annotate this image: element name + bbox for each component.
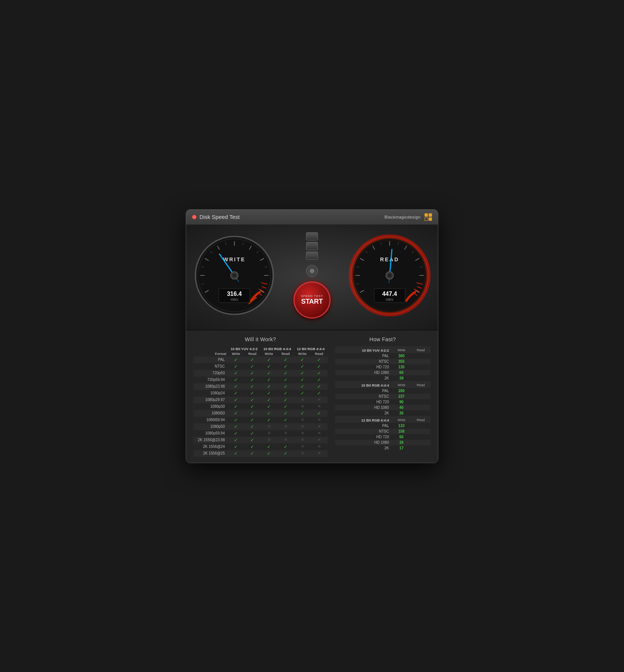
- start-button[interactable]: SPEED TEST START: [293, 281, 331, 319]
- write-val: 135: [392, 364, 411, 370]
- cell: ✓: [277, 403, 294, 410]
- format-name: 2K: [335, 410, 392, 416]
- cell: ✕: [294, 443, 311, 450]
- cell: ✕: [311, 417, 328, 423]
- format-name: HD 1080: [335, 370, 392, 375]
- center-panel: ⚙ SPEED TEST START: [293, 232, 331, 319]
- settings-button[interactable]: ⚙: [306, 265, 318, 277]
- data-section: Will it Work? 10 Bit YUV 4:2:2 10 Bit RG…: [186, 330, 438, 463]
- cell: ✓: [260, 383, 277, 390]
- read-val: [411, 364, 430, 370]
- write-val: 200: [392, 388, 411, 394]
- cell: ✓: [228, 437, 244, 443]
- cell: ✓: [228, 383, 244, 390]
- cell: ✓: [311, 370, 328, 377]
- cell: ✓: [277, 417, 294, 423]
- title-bar: Disk Speed Test Blackmagicdesign: [186, 210, 438, 225]
- table-row: NTSC ✓ ✓ ✓ ✓ ✓ ✓: [194, 363, 328, 370]
- cell: ✕: [311, 450, 328, 457]
- cell: ✓: [277, 443, 294, 450]
- will-it-work-panel: Will it Work? 10 Bit YUV 4:2:2 10 Bit RG…: [194, 336, 328, 457]
- cell: ✓: [311, 410, 328, 417]
- rgb10-read-header: Read: [277, 351, 294, 356]
- cell: ✓: [228, 417, 244, 423]
- cell: ✓: [294, 383, 311, 390]
- cell: ✓: [260, 417, 277, 423]
- cell: ✓: [228, 363, 244, 370]
- table-row: HD 720 90: [335, 399, 431, 405]
- table-row: PAL 200: [335, 388, 431, 394]
- format-name: NTSC: [335, 394, 392, 399]
- table-row: PAL 300: [335, 353, 431, 359]
- format-name: HD 720: [335, 364, 392, 370]
- table-row: HD 1080 26: [335, 440, 431, 445]
- cell: ✓: [260, 450, 277, 457]
- how-fast-table: 10 Bit YUV 4:2:2 Write Read PAL 300 NTSC…: [335, 346, 431, 451]
- table-row: 2K 1556@23.98 ✓ ✓ ✕ ✕ ✕ ✕: [194, 437, 328, 443]
- cell: ✓: [260, 370, 277, 377]
- quality-btn-1[interactable]: [306, 232, 318, 240]
- write-col-header: Write: [392, 346, 411, 353]
- cell: ✓: [228, 423, 244, 430]
- cell: ✕: [260, 430, 277, 437]
- cell: ✓: [228, 403, 244, 410]
- cell: ✕: [294, 423, 311, 430]
- cell: ✓: [260, 403, 277, 410]
- cell: ✓: [244, 443, 261, 450]
- format-name: PAL: [335, 388, 392, 394]
- read-val: [411, 394, 430, 399]
- svg-text:447.4: 447.4: [382, 291, 397, 297]
- section-header-row: 10 Bit YUV 4:2:2 Write Read: [335, 346, 431, 353]
- how-fast-panel: How Fast? 10 Bit YUV 4:2:2 Write Read PA…: [335, 336, 431, 457]
- read-val: [411, 440, 430, 445]
- table-row: 720p59.94 ✓ ✓ ✓ ✓ ✓ ✓: [194, 377, 328, 383]
- format-name: PAL: [335, 423, 392, 429]
- yuv-read-header: Read: [244, 351, 261, 356]
- table-row: 1080i50 ✓ ✓ ✓ ✓ ✓ ✓: [194, 410, 328, 417]
- table-row: PAL 133: [335, 423, 431, 429]
- cell: ✕: [311, 430, 328, 437]
- read-val: [411, 359, 430, 364]
- format-name: NTSC: [335, 359, 392, 364]
- cell: ✓: [228, 390, 244, 397]
- format-name: 720p59.94: [194, 377, 228, 383]
- cell: ✓: [244, 390, 261, 397]
- cell: ✓: [244, 403, 261, 410]
- section-name: 10 Bit RGB 4:4:4: [335, 381, 392, 388]
- write-val: 158: [392, 429, 411, 434]
- cell: ✓: [311, 377, 328, 383]
- read-val: [411, 388, 430, 394]
- cell: ✓: [228, 430, 244, 437]
- cell: ✓: [244, 363, 261, 370]
- write-val: 90: [392, 399, 411, 405]
- svg-text:WRITE: WRITE: [223, 256, 246, 262]
- svg-text:316.4: 316.4: [227, 291, 242, 297]
- table-row: 1080p24 ✓ ✓ ✓ ✓ ✓ ✓: [194, 390, 328, 397]
- will-it-work-title: Will it Work?: [194, 336, 328, 342]
- write-col-header: Write: [392, 416, 411, 423]
- table-row: 2K 39: [335, 375, 431, 381]
- cell: ✓: [228, 370, 244, 377]
- read-val: [411, 445, 430, 451]
- cell: ✓: [244, 450, 261, 457]
- cell: ✕: [294, 403, 311, 410]
- quality-btn-2[interactable]: [306, 242, 318, 250]
- app-window: Disk Speed Test Blackmagicdesign: [186, 209, 438, 463]
- format-name: 720p50: [194, 370, 228, 377]
- table-row: HD 720 135: [335, 364, 431, 370]
- cell: ✓: [294, 377, 311, 383]
- cell: ✓: [260, 377, 277, 383]
- format-name: HD 720: [335, 399, 392, 405]
- read-val: [411, 423, 430, 429]
- cell: ✕: [260, 437, 277, 443]
- write-gauge-dial: WRITE 316.4 MB/s: [194, 235, 275, 316]
- svg-text:READ: READ: [380, 256, 399, 262]
- read-col-header: Read: [411, 416, 430, 423]
- read-gauge: READ 447.4 MB/s: [349, 235, 430, 316]
- close-button[interactable]: [192, 215, 196, 219]
- table-row: NTSC 158: [335, 429, 431, 434]
- write-val: 60: [392, 434, 411, 440]
- format-name: HD 1080: [335, 440, 392, 445]
- quality-btn-3[interactable]: [306, 252, 318, 260]
- cell: ✓: [244, 377, 261, 383]
